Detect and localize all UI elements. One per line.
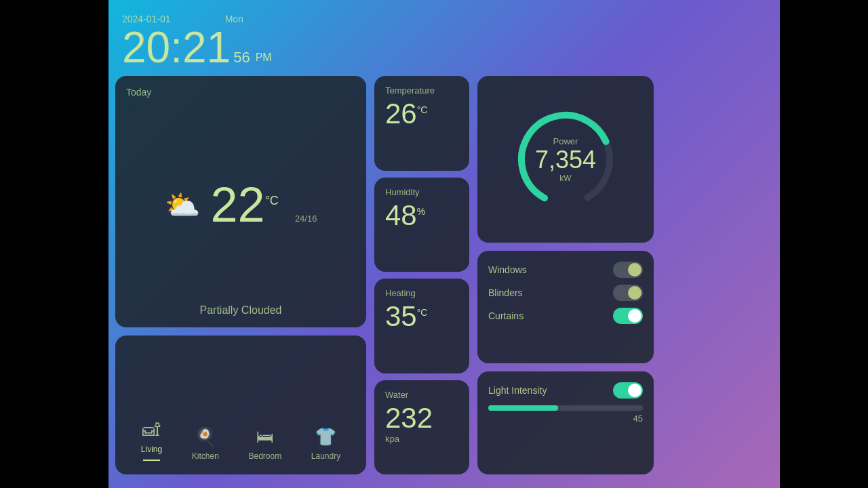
blinders-toggle[interactable] (613, 285, 643, 301)
rooms-card: 🛋 Living 🍳 Kitchen 🛏 Bedroom 👕 Laundry (115, 336, 366, 475)
main-content: 2024-01-01 Mon 20:21 56 PM Today ⛅ 22°C … (108, 0, 780, 488)
light-intensity-label: Light Intensity (488, 385, 547, 396)
light-slider-value: 45 (488, 413, 643, 424)
light-intensity-card: Light Intensity 45 (477, 371, 654, 474)
blinders-knob (628, 286, 642, 300)
bedroom-icon: 🛏 (256, 426, 274, 447)
light-intensity-knob (628, 384, 642, 397)
content-grid: Today ⛅ 22°C 24/16 Partially Clouded 🛋 L… (115, 76, 773, 474)
living-icon: 🛋 (142, 420, 160, 441)
temperature-value: 26°C (385, 98, 458, 129)
temp-block: 22°C 24/16 (211, 180, 317, 229)
room-living[interactable]: 🛋 Living (141, 420, 162, 464)
power-gauge: Power 7,354 kW (511, 105, 620, 214)
humidity-value: 48% (385, 200, 458, 231)
blinders-label: Blinders (488, 287, 523, 298)
blinders-toggle-row: Blinders (488, 285, 643, 301)
day-display: Mon (225, 14, 243, 24)
time-seconds: 56 (233, 49, 250, 66)
weather-icon: ⛅ (165, 188, 200, 222)
power-unit: kW (535, 173, 596, 182)
water-card: Water 232 kpa (374, 380, 469, 475)
time-hours: 20:21 (122, 26, 231, 69)
left-border (0, 0, 108, 488)
curtains-toggle[interactable] (613, 308, 643, 324)
windows-knob (628, 263, 642, 277)
curtains-label: Curtains (488, 310, 524, 321)
curtains-knob (628, 309, 642, 323)
power-text: Power 7,354 kW (535, 136, 596, 183)
time-row: 20:21 56 PM (122, 26, 272, 69)
windows-toggle[interactable] (613, 262, 643, 278)
right-border (780, 0, 868, 488)
humidity-label: Humidity (385, 187, 458, 197)
today-label: Today (126, 87, 355, 98)
temp-value: 22°C (211, 178, 292, 232)
living-label: Living (141, 445, 162, 454)
room-kitchen[interactable]: 🍳 Kitchen (192, 426, 219, 464)
sensors-column: Temperature 26°C Humidity 48% Heating 35… (374, 76, 469, 474)
light-header: Light Intensity (488, 382, 643, 399)
temp-range: 24/16 (295, 214, 317, 224)
right-column: Power 7,354 kW Windows Blinders (477, 76, 654, 474)
curtains-toggle-row: Curtains (488, 308, 643, 324)
heating-label: Heating (385, 288, 458, 298)
bedroom-label: Bedroom (248, 451, 281, 461)
kitchen-icon: 🍳 (195, 426, 216, 447)
weather-card: Today ⛅ 22°C 24/16 Partially Clouded (115, 76, 366, 327)
temperature-card: Temperature 26°C (374, 76, 469, 171)
windows-label: Windows (488, 264, 527, 275)
laundry-label: Laundry (311, 451, 340, 461)
water-value: 232 (385, 403, 458, 434)
laundry-icon: 👕 (315, 426, 336, 447)
date-day-row: 2024-01-01 Mon (122, 14, 272, 24)
power-label: Power (535, 136, 596, 146)
light-slider-track[interactable] (488, 405, 643, 411)
heating-value: 35°C (385, 301, 458, 332)
today-main: ⛅ 22°C 24/16 (126, 119, 355, 291)
water-label: Water (385, 390, 458, 400)
header-row: 2024-01-01 Mon 20:21 56 PM (115, 14, 773, 76)
humidity-card: Humidity 48% (374, 178, 469, 272)
windows-toggle-row: Windows (488, 262, 643, 278)
controls-card: Windows Blinders Curtains (477, 251, 654, 363)
date-display: 2024-01-01 (122, 14, 171, 24)
room-bedroom[interactable]: 🛏 Bedroom (248, 426, 281, 464)
light-slider-fill (488, 405, 558, 411)
power-value: 7,354 (535, 146, 596, 174)
rooms-row: 🛋 Living 🍳 Kitchen 🛏 Bedroom 👕 Laundry (126, 346, 355, 464)
kitchen-label: Kitchen (192, 451, 219, 461)
weather-description: Partially Clouded (126, 304, 355, 317)
light-intensity-toggle[interactable] (613, 382, 643, 399)
power-card: Power 7,354 kW (477, 76, 654, 243)
water-unit: kpa (385, 434, 458, 444)
room-laundry[interactable]: 👕 Laundry (311, 426, 340, 464)
temperature-label: Temperature (385, 85, 458, 96)
datetime-section: 2024-01-01 Mon 20:21 56 PM (122, 14, 272, 69)
heating-card: Heating 35°C (374, 279, 469, 373)
time-ampm: PM (256, 52, 272, 64)
